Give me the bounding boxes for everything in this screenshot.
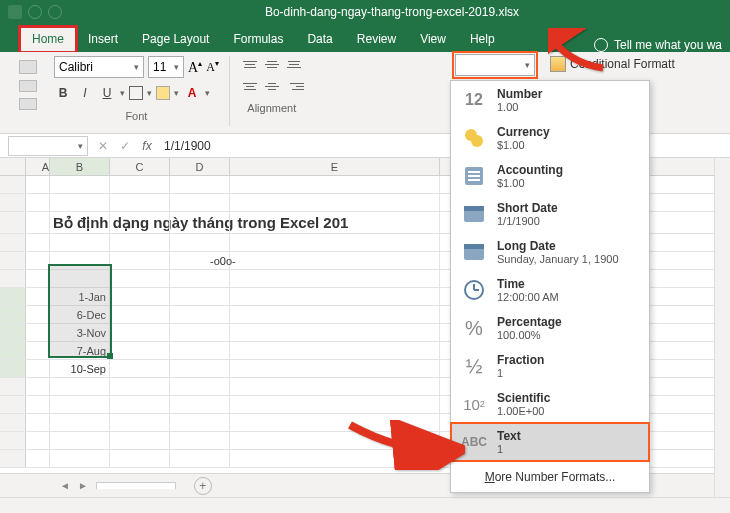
cell[interactable]: [230, 378, 440, 395]
cell[interactable]: [170, 288, 230, 305]
nf-accounting[interactable]: Accounting$1.00: [451, 157, 649, 195]
chevron-down-icon[interactable]: ▾: [174, 88, 179, 98]
cell[interactable]: [26, 234, 50, 251]
cut-icon[interactable]: [19, 80, 37, 92]
nf-short-date[interactable]: Short Date1/1/1900: [451, 195, 649, 233]
cell[interactable]: [170, 378, 230, 395]
row-header[interactable]: [0, 378, 26, 395]
col-header[interactable]: D: [170, 158, 230, 175]
col-header[interactable]: B: [50, 158, 110, 175]
cell[interactable]: [110, 342, 170, 359]
tab-home[interactable]: Home: [20, 27, 76, 52]
increase-font-icon[interactable]: A▴: [188, 59, 202, 76]
align-top-icon[interactable]: [240, 56, 260, 72]
cell[interactable]: [170, 234, 230, 251]
cell[interactable]: [110, 396, 170, 413]
cell[interactable]: [26, 450, 50, 467]
row-header[interactable]: [0, 306, 26, 323]
cell[interactable]: [230, 306, 440, 323]
chevron-down-icon[interactable]: ▾: [205, 88, 210, 98]
tab-page-layout[interactable]: Page Layout: [130, 27, 221, 52]
cell[interactable]: [26, 432, 50, 449]
underline-button[interactable]: U: [98, 84, 116, 102]
cell[interactable]: [170, 324, 230, 341]
cell[interactable]: [110, 414, 170, 431]
cell[interactable]: [170, 414, 230, 431]
row-header[interactable]: [0, 252, 26, 269]
cell[interactable]: [50, 270, 110, 287]
cell[interactable]: [50, 432, 110, 449]
name-box[interactable]: ▾: [8, 136, 88, 156]
cancel-icon[interactable]: ✕: [92, 139, 114, 153]
fx-icon[interactable]: fx: [136, 139, 158, 153]
cell[interactable]: [230, 360, 440, 377]
paste-icon[interactable]: [19, 60, 37, 74]
row-header[interactable]: [0, 324, 26, 341]
cell[interactable]: [26, 306, 50, 323]
cell[interactable]: [110, 252, 170, 269]
horizontal-scrollbar[interactable]: [0, 497, 730, 513]
cell[interactable]: [50, 450, 110, 467]
align-bottom-icon[interactable]: [284, 56, 304, 72]
cell[interactable]: Bỏ định dạng ngày tháng trong Excel 201: [50, 212, 110, 233]
redo-icon[interactable]: [48, 5, 62, 19]
cell[interactable]: [26, 270, 50, 287]
nf-number[interactable]: 12 Number1.00: [451, 81, 649, 119]
font-size-combo[interactable]: 11 ▾: [148, 56, 184, 78]
chevron-down-icon[interactable]: ▾: [147, 88, 152, 98]
cell[interactable]: [230, 342, 440, 359]
nf-text[interactable]: ABC Text1: [451, 423, 649, 461]
cell[interactable]: [26, 176, 50, 193]
font-name-combo[interactable]: Calibri ▾: [54, 56, 144, 78]
cell[interactable]: [230, 324, 440, 341]
cell[interactable]: 7-Aug: [50, 342, 110, 359]
row-header[interactable]: [0, 212, 26, 233]
bold-button[interactable]: B: [54, 84, 72, 102]
nf-currency[interactable]: Currency$1.00: [451, 119, 649, 157]
cell[interactable]: [170, 396, 230, 413]
cell[interactable]: [50, 378, 110, 395]
cell[interactable]: [26, 212, 50, 233]
italic-button[interactable]: I: [76, 84, 94, 102]
align-right-icon[interactable]: [284, 78, 304, 94]
vertical-scrollbar[interactable]: [714, 158, 730, 497]
cell[interactable]: [26, 378, 50, 395]
cell[interactable]: [170, 450, 230, 467]
cell[interactable]: [230, 176, 440, 193]
cell[interactable]: [26, 414, 50, 431]
tab-insert[interactable]: Insert: [76, 27, 130, 52]
nf-time[interactable]: Time12:00:00 AM: [451, 271, 649, 309]
nf-more-formats[interactable]: More Number Formats...: [451, 461, 649, 492]
cell[interactable]: -o0o-: [170, 252, 230, 269]
nf-scientific[interactable]: 102 Scientific1.00E+00: [451, 385, 649, 423]
number-format-combo[interactable]: ▾: [455, 54, 535, 76]
align-left-icon[interactable]: [240, 78, 260, 94]
cell[interactable]: [110, 176, 170, 193]
cell[interactable]: [170, 360, 230, 377]
tell-me-search[interactable]: Tell me what you wa: [594, 38, 730, 52]
cell[interactable]: [50, 194, 110, 211]
row-header[interactable]: [0, 342, 26, 359]
cell[interactable]: [230, 396, 440, 413]
cell[interactable]: [170, 270, 230, 287]
nf-percentage[interactable]: % Percentage100.00%: [451, 309, 649, 347]
fill-color-icon[interactable]: [156, 86, 170, 100]
nf-fraction[interactable]: ½ Fraction1: [451, 347, 649, 385]
decrease-font-icon[interactable]: A▾: [206, 59, 219, 75]
row-header[interactable]: [0, 414, 26, 431]
cell[interactable]: [50, 234, 110, 251]
cell[interactable]: [50, 176, 110, 193]
align-center-icon[interactable]: [262, 78, 282, 94]
cell[interactable]: [26, 324, 50, 341]
cell[interactable]: [170, 432, 230, 449]
cell[interactable]: [110, 234, 170, 251]
cell[interactable]: [230, 288, 440, 305]
cell[interactable]: [26, 288, 50, 305]
cell[interactable]: 6-Dec: [50, 306, 110, 323]
cell[interactable]: 10-Sep: [50, 360, 110, 377]
chevron-down-icon[interactable]: ▾: [120, 88, 125, 98]
tab-data[interactable]: Data: [295, 27, 344, 52]
font-color-icon[interactable]: A: [183, 84, 201, 102]
cell[interactable]: [170, 212, 230, 233]
col-header[interactable]: C: [110, 158, 170, 175]
